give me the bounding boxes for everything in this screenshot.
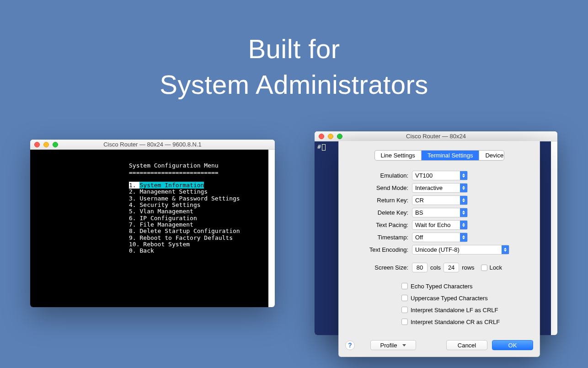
return-key-select[interactable]: CR <box>412 195 468 205</box>
profile-select[interactable]: Profile <box>370 340 416 350</box>
cursor-icon <box>322 144 326 151</box>
rows-input[interactable] <box>444 263 459 272</box>
emulation-select[interactable]: VT100 <box>412 171 468 180</box>
window-title: Cisco Router — 80x24 <box>315 133 557 140</box>
minimize-icon[interactable] <box>43 142 49 147</box>
text-pacing-label: Text Pacing: <box>348 222 412 228</box>
lock-checkbox[interactable] <box>481 265 487 271</box>
chevron-down-icon <box>402 344 406 346</box>
lf-label: Interpret Standalone LF as CRLF <box>411 307 498 314</box>
send-mode-label: Send Mode: <box>348 184 412 191</box>
profile-label: Profile <box>380 342 397 349</box>
send-mode-value: Interactive <box>415 184 443 191</box>
timestamp-label: Timestamp: <box>348 234 412 241</box>
cr-label: Interpret Standalone CR as CRLF <box>411 319 500 325</box>
terminal-window-1: Cisco Router — 80x24 — 9600.8.N.1 System… <box>30 140 275 307</box>
lf-checkbox[interactable] <box>401 307 408 313</box>
emulation-value: VT100 <box>415 172 433 179</box>
rows-label: rows <box>462 264 474 271</box>
minimize-icon[interactable] <box>328 134 333 139</box>
emulation-label: Emulation: <box>348 172 412 179</box>
delete-key-select[interactable]: BS <box>412 208 468 217</box>
zoom-icon[interactable] <box>53 142 58 147</box>
echo-checkbox[interactable] <box>401 283 408 289</box>
delete-key-label: Delete Key: <box>348 209 412 216</box>
close-icon[interactable] <box>319 134 324 139</box>
delete-key-value: BS <box>415 209 423 216</box>
echo-label: Echo Typed Characters <box>411 283 473 290</box>
timestamp-value: Off <box>415 234 423 241</box>
text-encoding-value: Unicode (UTF-8) <box>415 246 460 253</box>
menu-title: System Configuration Menu <box>129 162 219 169</box>
traffic-lights <box>30 142 58 147</box>
send-mode-select[interactable]: Interactive <box>412 183 468 193</box>
cols-label: cols <box>430 264 441 271</box>
text-pacing-value: Wait for Echo <box>415 222 451 228</box>
window-title: Cisco Router — 80x24 — 9600.8.N.1 <box>30 141 275 148</box>
page-headline: Built for System Administrators <box>0 0 588 103</box>
timestamp-select[interactable]: Off <box>412 233 468 242</box>
cols-input[interactable] <box>412 263 428 272</box>
return-key-value: CR <box>415 197 424 204</box>
titlebar[interactable]: Cisco Router — 80x24 <box>315 131 557 141</box>
terminal-content: System Configuration Menu ==============… <box>30 156 268 254</box>
terminal-body[interactable]: System Configuration Menu ==============… <box>30 150 275 307</box>
help-button[interactable]: ? <box>345 341 355 350</box>
tab-terminal-settings[interactable]: Terminal Settings <box>422 151 480 160</box>
prompt: # <box>317 143 321 150</box>
ok-button[interactable]: OK <box>492 340 533 350</box>
text-encoding-select[interactable]: Unicode (UTF-8) <box>412 245 509 254</box>
screen-size-label: Screen Size: <box>348 264 412 271</box>
uppercase-label: Uppercase Typed Characters <box>411 295 488 302</box>
cr-checkbox[interactable] <box>401 319 408 325</box>
return-key-label: Return Key: <box>348 197 412 204</box>
headline-line1: Built for <box>0 31 588 67</box>
zoom-icon[interactable] <box>337 134 342 139</box>
cancel-button[interactable]: Cancel <box>446 340 487 350</box>
tab-device-info[interactable]: Device Info <box>479 151 504 160</box>
settings-sheet: Line Settings Terminal Settings Device I… <box>338 141 540 357</box>
close-icon[interactable] <box>34 142 40 147</box>
menu-underline: ========================= <box>129 169 219 176</box>
lock-label: Lock <box>490 264 502 271</box>
tab-line-settings[interactable]: Line Settings <box>375 151 422 160</box>
text-encoding-label: Text Encoding: <box>348 246 412 253</box>
tab-bar: Line Settings Terminal Settings Device I… <box>374 150 504 161</box>
uppercase-checkbox[interactable] <box>401 295 408 301</box>
text-pacing-select[interactable]: Wait for Echo <box>412 220 468 230</box>
headline-line2: System Administrators <box>0 67 588 103</box>
titlebar[interactable]: Cisco Router — 80x24 — 9600.8.N.1 <box>30 140 275 150</box>
traffic-lights <box>315 134 342 139</box>
